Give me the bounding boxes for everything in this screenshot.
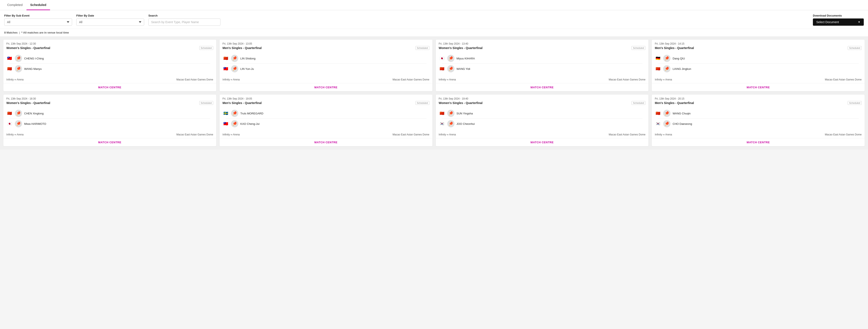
- player-name: WANG Chuqin: [673, 112, 690, 115]
- player-row: 🇨🇳 🏓 LIN Shidong: [223, 53, 429, 63]
- match-date: Fri, 13th Sep 2024 - 13:05: [223, 42, 429, 45]
- player-row: 🇨🇳 🏓 WANG Manyu: [6, 64, 213, 74]
- player-flag: 🇨🇳: [6, 110, 13, 116]
- player-avatar: 🏓: [231, 120, 238, 127]
- tabs-bar: Completed Scheduled: [0, 0, 868, 10]
- match-date: Fri, 13th Sep 2024 - 13:40: [439, 42, 646, 45]
- match-centre-button[interactable]: MATCH CENTRE: [652, 83, 865, 91]
- event-name: Men's Singles - Quarterfinal: [655, 101, 694, 105]
- status-badge: Scheduled: [415, 101, 429, 105]
- player-avatar: 🏓: [447, 55, 455, 62]
- download-button-label: Select Document: [816, 20, 839, 24]
- status-badge: Scheduled: [199, 101, 213, 105]
- player-avatar: 🏓: [15, 55, 22, 62]
- player-avatar: 🏓: [663, 120, 671, 127]
- tab-scheduled[interactable]: Scheduled: [27, 0, 50, 10]
- player-row: 🇨🇳 🏓 WANG Chuqin: [655, 108, 862, 118]
- player-name: LIANG Jingkun: [673, 67, 691, 71]
- search-filter: Search: [148, 14, 220, 26]
- venue2: Macao East Asian Games Dome: [825, 78, 862, 81]
- player-row: 🇯🇵 🏓 Miyuu KIHARA: [439, 53, 646, 63]
- venue1: Infinity ∞ Arena: [655, 133, 672, 136]
- match-centre-button[interactable]: MATCH CENTRE: [3, 138, 216, 146]
- match-count: 8 Matches: [4, 31, 18, 34]
- player-flag: 🇹🇼: [223, 120, 229, 127]
- player-name: Miyuu KIHARA: [457, 57, 475, 60]
- player-flag: 🇨🇳: [223, 55, 229, 61]
- date-filter-label: Filter By Date: [76, 14, 144, 17]
- match-date: Fri, 13th Sep 2024 - 20:15: [655, 97, 862, 100]
- card-header: Fri, 13th Sep 2024 - 18:30 Women's Singl…: [3, 95, 216, 106]
- venue1: Infinity ∞ Arena: [655, 78, 672, 81]
- search-input[interactable]: [148, 19, 220, 26]
- match-centre-button[interactable]: MATCH CENTRE: [652, 138, 865, 146]
- player-name: JOO Cheonhui: [457, 122, 475, 126]
- match-date: Fri, 13th Sep 2024 - 19:05: [223, 97, 429, 100]
- event-name: Women's Singles - Quarterfinal: [6, 101, 50, 105]
- player-flag: 🇨🇳: [655, 65, 661, 72]
- status-badge: Scheduled: [631, 101, 645, 105]
- match-centre-button[interactable]: MATCH CENTRE: [436, 138, 649, 146]
- match-date: Fri, 13th Sep 2024 - 12:30: [6, 42, 213, 45]
- match-centre-button[interactable]: MATCH CENTRE: [3, 83, 216, 91]
- player-flag: 🇹🇼: [223, 65, 229, 72]
- match-players: 🇹🇼 🏓 CHENG I-Ching 🇨🇳 🏓 WANG Manyu: [3, 51, 216, 76]
- event-name: Men's Singles - Quarterfinal: [223, 101, 262, 105]
- player-row: 🇨🇳 🏓 SUN Yingsha: [439, 108, 646, 118]
- match-event: Men's Singles - Quarterfinal Scheduled: [655, 46, 862, 50]
- status-badge: Scheduled: [415, 46, 429, 50]
- match-event: Men's Singles - Quarterfinal Scheduled: [223, 46, 429, 50]
- player-row: 🇨🇳 🏓 WANG Yidi: [439, 64, 646, 74]
- event-name: Women's Singles - Quarterfinal: [439, 101, 483, 105]
- venue1: Infinity ∞ Arena: [439, 78, 456, 81]
- venue1: Infinity ∞ Arena: [6, 78, 24, 81]
- match-centre-button[interactable]: MATCH CENTRE: [436, 83, 649, 91]
- match-date: Fri, 13th Sep 2024 - 19:40: [439, 97, 646, 100]
- player-flag: 🇨🇳: [6, 65, 13, 72]
- player-avatar: 🏓: [447, 120, 455, 127]
- venue1: Infinity ∞ Arena: [223, 78, 240, 81]
- card-footer: Infinity ∞ Arena Macao East Asian Games …: [220, 131, 432, 138]
- venue2: Macao East Asian Games Dome: [825, 133, 862, 136]
- venue1: Infinity ∞ Arena: [439, 133, 456, 136]
- download-label: Download Documents: [813, 14, 864, 17]
- player-avatar: 🏓: [15, 65, 22, 72]
- sub-event-filter: Filter By Sub Event All: [4, 14, 72, 26]
- match-players: 🇨🇳 🏓 SUN Yingsha 🇰🇷 🏓 JOO Cheonhui: [436, 106, 649, 131]
- match-event: Women's Singles - Quarterfinal Scheduled: [439, 46, 646, 50]
- player-row: 🇨🇳 🏓 CHEN Xingtong: [6, 108, 213, 118]
- player-name: SUN Yingsha: [457, 112, 473, 115]
- match-date: Fri, 13th Sep 2024 - 14:15: [655, 42, 862, 45]
- date-select[interactable]: All: [76, 19, 144, 26]
- sub-event-select[interactable]: All: [4, 19, 72, 26]
- player-flag: 🇨🇳: [655, 110, 661, 116]
- player-flag: 🇹🇼: [6, 55, 13, 61]
- match-card: Fri, 13th Sep 2024 - 19:40 Women's Singl…: [436, 95, 649, 146]
- card-header: Fri, 13th Sep 2024 - 13:05 Men's Singles…: [220, 40, 432, 51]
- match-card: Fri, 13th Sep 2024 - 14:15 Men's Singles…: [652, 40, 865, 91]
- event-name: Men's Singles - Quarterfinal: [655, 46, 694, 50]
- player-flag: 🇨🇳: [439, 65, 445, 72]
- match-card: Fri, 13th Sep 2024 - 12:30 Women's Singl…: [3, 40, 216, 91]
- venue1: Infinity ∞ Arena: [6, 133, 24, 136]
- tab-completed[interactable]: Completed: [3, 0, 27, 10]
- event-name: Women's Singles - Quarterfinal: [439, 46, 483, 50]
- player-flag: 🇰🇷: [655, 120, 661, 127]
- player-avatar: 🏓: [663, 65, 671, 72]
- player-row: 🇹🇼 🏓 LIN Yun-Ju: [223, 64, 429, 74]
- player-name: Truls MOREGARD: [240, 112, 264, 115]
- match-centre-button[interactable]: MATCH CENTRE: [220, 138, 432, 146]
- match-card: Fri, 13th Sep 2024 - 13:05 Men's Singles…: [220, 40, 432, 91]
- download-button[interactable]: Select Document ▼: [813, 19, 864, 26]
- status-badge: Scheduled: [848, 46, 862, 50]
- match-card: Fri, 13th Sep 2024 - 13:40 Women's Singl…: [436, 40, 649, 91]
- match-centre-button[interactable]: MATCH CENTRE: [220, 83, 432, 91]
- player-avatar: 🏓: [231, 110, 238, 117]
- match-event: Women's Singles - Quarterfinal Scheduled: [439, 101, 646, 105]
- card-footer: Infinity ∞ Arena Macao East Asian Games …: [436, 76, 649, 83]
- match-event: Women's Singles - Quarterfinal Scheduled: [6, 101, 213, 105]
- match-players: 🇸🇪 🏓 Truls MOREGARD 🇹🇼 🏓 KAO Cheng-Jui: [220, 106, 432, 131]
- player-name: CHENG I-Ching: [24, 57, 44, 60]
- match-players: 🇨🇳 🏓 WANG Chuqin 🇰🇷 🏓 CHO Daeseong: [652, 106, 865, 131]
- card-header: Fri, 13th Sep 2024 - 14:15 Men's Singles…: [652, 40, 865, 51]
